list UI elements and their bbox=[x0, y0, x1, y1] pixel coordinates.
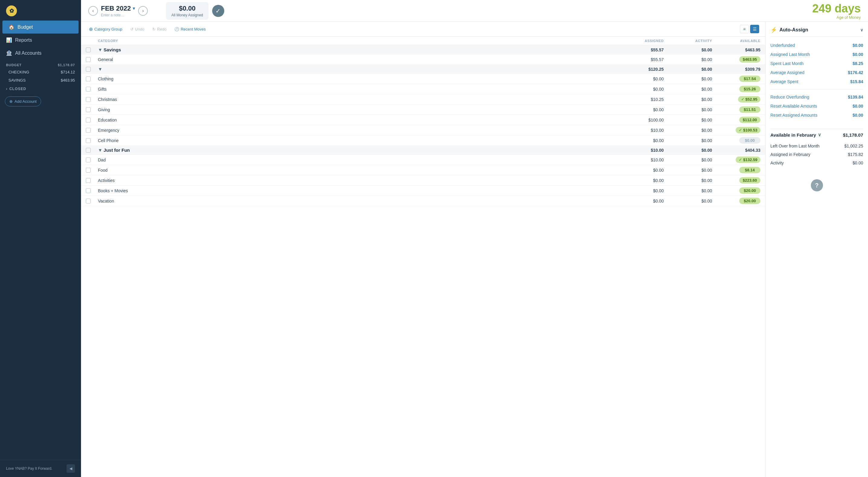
undo-button[interactable]: ↺ Undo bbox=[128, 26, 146, 33]
reset-assigned-label[interactable]: Reset Assigned Amounts bbox=[770, 113, 817, 118]
table-group-just-for-fun[interactable]: ▼ Just for Fun $10.00 $0.00 $404.33 bbox=[81, 146, 765, 155]
auto-assign-section: ⚡ Auto-Assign ∨ Underfunded $0.00 Assign… bbox=[770, 27, 863, 120]
sidebar-account-checking[interactable]: CHECKING $714.12 bbox=[0, 68, 81, 76]
activity-header: ACTIVITY bbox=[664, 39, 712, 42]
table-row[interactable]: Giving $0.00 $0.00 $11.51 bbox=[81, 105, 765, 115]
auto-assign-label: Auto-Assign bbox=[779, 27, 808, 33]
help-button[interactable]: ? bbox=[811, 179, 823, 191]
panel-row-reset-available[interactable]: Reset Available Amounts $0.00 bbox=[770, 101, 863, 111]
table-row[interactable]: Emergency $10.00 $0.00 ✓ $100.53 bbox=[81, 125, 765, 136]
month-note[interactable]: Enter a note… bbox=[101, 13, 135, 17]
recent-moves-label: Recent Moves bbox=[181, 27, 206, 31]
budget-label: Budget bbox=[18, 25, 33, 30]
budget-toolbar: ⊕ Category Group ↺ Undo ↻ Redo 🕐 Recent … bbox=[81, 22, 765, 37]
table-row[interactable]: Books + Movies $0.00 $0.00 $20.00 bbox=[81, 186, 765, 196]
avg-spent-label[interactable]: Average Spent bbox=[770, 79, 798, 84]
add-account-button[interactable]: ⊕ Add Account bbox=[5, 96, 41, 107]
table-row[interactable]: General $55.57 $0.00 $463.95 bbox=[81, 54, 765, 65]
all-accounts-label: All Accounts bbox=[15, 51, 41, 56]
activity-value: $0.00 bbox=[852, 160, 863, 165]
table-group-unnamed[interactable]: ▼ $120.25 $0.00 $309.79 bbox=[81, 65, 765, 74]
reduce-overfunding-value: $139.84 bbox=[848, 95, 863, 99]
sidebar-closed[interactable]: › CLOSED bbox=[0, 84, 81, 93]
all-accounts-icon: 🏦 bbox=[6, 50, 12, 56]
recent-moves-button[interactable]: 🕐 Recent Moves bbox=[173, 26, 208, 33]
view-compact-button[interactable]: ≡ bbox=[740, 25, 749, 33]
budget-icon: 🏠 bbox=[8, 24, 14, 30]
table-row[interactable]: Activities $0.00 $0.00 $223.60 bbox=[81, 175, 765, 186]
help-icon: ? bbox=[815, 182, 818, 189]
view-expanded-button[interactable]: ☰ bbox=[750, 25, 759, 33]
sidebar: ✿ 🏠 Budget 📊 Reports 🏦 All Accounts BUDG… bbox=[0, 0, 81, 477]
reset-available-label[interactable]: Reset Available Amounts bbox=[770, 104, 817, 109]
assigned-feb-label: Assigned in February bbox=[770, 152, 810, 157]
topbar: ‹ FEB 2022 ▾ Enter a note… › $0.00 All M… bbox=[81, 0, 868, 22]
panel-row-avg-assigned[interactable]: Average Assigned $176.42 bbox=[770, 68, 863, 77]
prev-arrow-icon: ‹ bbox=[92, 8, 94, 13]
table-group-savings[interactable]: ▼ Savings $55.57 $0.00 $463.95 bbox=[81, 46, 765, 54]
group-checkbox-unnamed[interactable] bbox=[86, 67, 91, 72]
footer-text: Love YNAB? Pay It Forward. bbox=[6, 467, 52, 471]
next-arrow-icon: › bbox=[142, 8, 144, 13]
assigned-feb-value: $175.82 bbox=[848, 152, 863, 157]
closed-label: CLOSED bbox=[9, 87, 26, 91]
assigned-pill: $0.00 All Money Assigned bbox=[166, 2, 209, 20]
sidebar-item-reports[interactable]: 📊 Reports bbox=[0, 34, 81, 47]
reduce-overfunding-label[interactable]: Reduce Overfunding bbox=[770, 95, 809, 99]
auto-assign-chevron-icon[interactable]: ∨ bbox=[860, 28, 863, 32]
sidebar-item-all-accounts[interactable]: 🏦 All Accounts bbox=[0, 47, 81, 60]
reset-available-value: $0.00 bbox=[852, 104, 863, 109]
add-account-plus-icon: ⊕ bbox=[9, 99, 13, 104]
collapse-sidebar-button[interactable]: ◀ bbox=[66, 464, 75, 473]
table-row[interactable]: Dad $10.00 $0.00 ✓ $132.59 bbox=[81, 155, 765, 165]
budget-section-header: BUDGET $1,178.07 bbox=[0, 60, 81, 68]
sidebar-footer: Love YNAB? Pay It Forward. ◀ bbox=[0, 460, 81, 477]
panel-row-assigned-last-month[interactable]: Assigned Last Month $0.00 bbox=[770, 50, 863, 59]
just-for-fun-arrow: ▼ bbox=[98, 148, 102, 153]
table-row[interactable]: Food $0.00 $0.00 $8.14 bbox=[81, 165, 765, 175]
budget-table: CATEGORY ASSIGNED ACTIVITY AVAILABLE ▼ S… bbox=[81, 37, 765, 477]
redo-button[interactable]: ↻ Redo bbox=[151, 26, 168, 33]
table-row[interactable]: Cell Phone $0.00 $0.00 $0.00 bbox=[81, 136, 765, 146]
prev-month-button[interactable]: ‹ bbox=[88, 6, 98, 16]
chevron-right-icon: › bbox=[6, 87, 7, 91]
all-assigned-check-button[interactable]: ✓ bbox=[212, 5, 224, 17]
table-row[interactable]: Education $100.00 $0.00 $112.00 bbox=[81, 115, 765, 125]
panel-row-avg-spent[interactable]: Average Spent $15.84 bbox=[770, 77, 863, 86]
panel-row-spent-last-month[interactable]: Spent Last Month $8.25 bbox=[770, 59, 863, 68]
panel-row-reset-assigned[interactable]: Reset Assigned Amounts $0.00 bbox=[770, 111, 863, 120]
unnamed-group-assigned: $120.25 bbox=[615, 67, 664, 72]
assigned-last-month-value: $0.00 bbox=[852, 52, 863, 57]
panel-row-underfunded[interactable]: Underfunded $0.00 bbox=[770, 41, 863, 50]
panel-bottom-activity: Activity $0.00 bbox=[770, 159, 863, 167]
assigned-header: ASSIGNED bbox=[615, 39, 664, 42]
table-row[interactable]: Gifts $0.00 $0.00 $15.26 bbox=[81, 84, 765, 94]
just-for-fun-group-name: Just for Fun bbox=[104, 148, 130, 153]
sidebar-item-budget[interactable]: 🏠 Budget bbox=[2, 21, 79, 34]
next-month-button[interactable]: › bbox=[138, 6, 148, 16]
content-area: ⊕ Category Group ↺ Undo ↻ Redo 🕐 Recent … bbox=[81, 22, 868, 477]
spent-last-month-label[interactable]: Spent Last Month bbox=[770, 61, 804, 66]
budget-section-label: BUDGET bbox=[6, 63, 22, 67]
avg-assigned-label[interactable]: Average Assigned bbox=[770, 70, 805, 75]
table-row[interactable]: Christmas $10.25 $0.00 ✓ $52.95 bbox=[81, 94, 765, 105]
row-checkbox-general[interactable] bbox=[86, 57, 91, 62]
panel-row-reduce-overfunding[interactable]: Reduce Overfunding $139.84 bbox=[770, 92, 863, 101]
month-dropdown-arrow[interactable]: ▾ bbox=[133, 5, 135, 11]
underfunded-label[interactable]: Underfunded bbox=[770, 43, 795, 48]
table-row[interactable]: Clothing $0.00 $0.00 $17.54 bbox=[81, 74, 765, 84]
logo-symbol: ✿ bbox=[9, 7, 14, 14]
table-row[interactable]: Vacation $0.00 $0.00 $20.00 bbox=[81, 196, 765, 206]
left-over-label: Left Over from Last Month bbox=[770, 144, 819, 148]
assigned-last-month-label[interactable]: Assigned Last Month bbox=[770, 52, 810, 57]
sidebar-account-savings[interactable]: SAVINGS $463.95 bbox=[0, 76, 81, 84]
check-circle-icon: ✓ bbox=[739, 128, 742, 132]
bolt-icon: ⚡ bbox=[770, 27, 777, 33]
available-feb-chevron-icon[interactable]: ∨ bbox=[818, 132, 821, 138]
category-header: CATEGORY bbox=[98, 39, 615, 42]
savings-balance: $463.95 bbox=[61, 78, 75, 83]
main-content: ‹ FEB 2022 ▾ Enter a note… › $0.00 All M… bbox=[81, 0, 868, 477]
add-category-group-button[interactable]: ⊕ Category Group bbox=[87, 25, 124, 33]
checking-name: CHECKING bbox=[8, 70, 29, 74]
group-checkbox-savings[interactable] bbox=[86, 48, 91, 52]
